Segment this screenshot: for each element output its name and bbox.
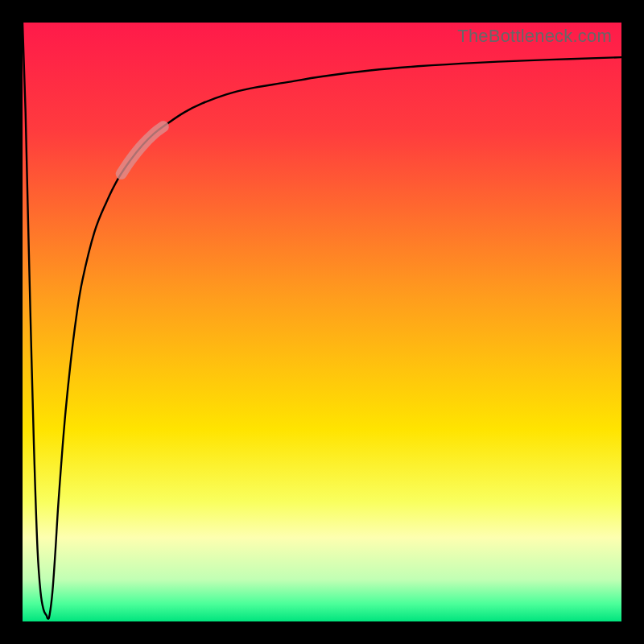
- bottleneck-curve: [23, 23, 621, 619]
- curve-layer: [23, 23, 621, 621]
- curve-highlight-segment: [122, 126, 163, 174]
- chart-frame: TheBottleneck.com: [0, 0, 644, 644]
- plot-area: TheBottleneck.com: [23, 23, 621, 621]
